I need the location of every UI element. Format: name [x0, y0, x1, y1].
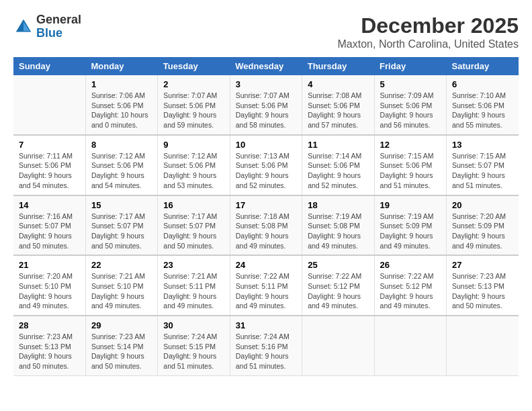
- day-info: Sunrise: 7:11 AM Sunset: 5:06 PM Dayligh…: [19, 151, 80, 191]
- day-info: Sunrise: 7:07 AM Sunset: 5:06 PM Dayligh…: [236, 91, 296, 130]
- day-number: 30: [163, 320, 224, 330]
- day-number: 22: [91, 260, 152, 270]
- day-number: 13: [452, 140, 513, 150]
- day-number: 24: [236, 260, 296, 270]
- header-thursday: Thursday: [302, 57, 374, 75]
- day-info: Sunrise: 7:19 AM Sunset: 5:09 PM Dayligh…: [380, 212, 441, 251]
- day-number: 6: [452, 79, 513, 89]
- month-title: December 2025: [338, 13, 519, 38]
- day-number: 21: [19, 260, 80, 270]
- logo-blue: Blue: [36, 26, 62, 40]
- day-number: 19: [380, 200, 441, 210]
- day-info: Sunrise: 7:20 AM Sunset: 5:09 PM Dayligh…: [452, 212, 513, 251]
- day-number: 28: [19, 320, 80, 330]
- day-cell: [447, 316, 519, 375]
- header-tuesday: Tuesday: [158, 57, 230, 75]
- day-cell: 7Sunrise: 7:11 AM Sunset: 5:06 PM Daylig…: [13, 135, 85, 195]
- day-number: 20: [452, 200, 513, 210]
- day-cell: 10Sunrise: 7:13 AM Sunset: 5:06 PM Dayli…: [230, 135, 302, 195]
- day-number: 11: [308, 140, 368, 150]
- day-info: Sunrise: 7:21 AM Sunset: 5:11 PM Dayligh…: [163, 271, 224, 311]
- day-number: 27: [452, 260, 513, 270]
- day-cell: 31Sunrise: 7:24 AM Sunset: 5:16 PM Dayli…: [230, 316, 302, 375]
- day-cell: 3Sunrise: 7:07 AM Sunset: 5:06 PM Daylig…: [230, 75, 302, 135]
- day-cell: 1Sunrise: 7:06 AM Sunset: 5:06 PM Daylig…: [85, 75, 157, 135]
- day-cell: [13, 75, 85, 135]
- day-number: 4: [308, 79, 368, 89]
- day-cell: 5Sunrise: 7:09 AM Sunset: 5:06 PM Daylig…: [374, 75, 446, 135]
- day-info: Sunrise: 7:17 AM Sunset: 5:07 PM Dayligh…: [91, 212, 152, 251]
- day-number: 17: [236, 200, 296, 210]
- day-number: 2: [163, 79, 224, 89]
- day-info: Sunrise: 7:09 AM Sunset: 5:06 PM Dayligh…: [380, 91, 441, 130]
- week-row-2: 7Sunrise: 7:11 AM Sunset: 5:06 PM Daylig…: [13, 135, 519, 195]
- day-info: Sunrise: 7:19 AM Sunset: 5:08 PM Dayligh…: [308, 212, 368, 251]
- day-cell: 8Sunrise: 7:12 AM Sunset: 5:06 PM Daylig…: [85, 135, 157, 195]
- day-number: 15: [91, 200, 152, 210]
- day-info: Sunrise: 7:15 AM Sunset: 5:06 PM Dayligh…: [380, 151, 441, 191]
- day-cell: 13Sunrise: 7:15 AM Sunset: 5:07 PM Dayli…: [447, 135, 519, 195]
- calendar-table: SundayMondayTuesdayWednesdayThursdayFrid…: [13, 57, 519, 376]
- day-cell: [302, 316, 374, 375]
- day-cell: 11Sunrise: 7:14 AM Sunset: 5:06 PM Dayli…: [302, 135, 374, 195]
- day-cell: 23Sunrise: 7:21 AM Sunset: 5:11 PM Dayli…: [158, 255, 230, 316]
- day-number: 29: [91, 320, 152, 330]
- header-monday: Monday: [85, 57, 157, 75]
- header-friday: Friday: [374, 57, 446, 75]
- logo-icon: [13, 17, 34, 37]
- day-cell: 4Sunrise: 7:08 AM Sunset: 5:06 PM Daylig…: [302, 75, 374, 135]
- day-info: Sunrise: 7:23 AM Sunset: 5:13 PM Dayligh…: [452, 271, 513, 311]
- day-cell: 20Sunrise: 7:20 AM Sunset: 5:09 PM Dayli…: [447, 195, 519, 256]
- day-info: Sunrise: 7:23 AM Sunset: 5:13 PM Dayligh…: [19, 332, 80, 371]
- day-cell: 14Sunrise: 7:16 AM Sunset: 5:07 PM Dayli…: [13, 195, 85, 256]
- header-sunday: Sunday: [13, 57, 85, 75]
- week-row-1: 1Sunrise: 7:06 AM Sunset: 5:06 PM Daylig…: [13, 75, 519, 135]
- day-cell: 30Sunrise: 7:24 AM Sunset: 5:15 PM Dayli…: [158, 316, 230, 375]
- day-cell: 6Sunrise: 7:10 AM Sunset: 5:06 PM Daylig…: [447, 75, 519, 135]
- day-info: Sunrise: 7:17 AM Sunset: 5:07 PM Dayligh…: [163, 212, 224, 251]
- day-number: 14: [19, 200, 80, 210]
- page-header: General Blue December 2025 Maxton, North…: [13, 13, 519, 50]
- week-row-3: 14Sunrise: 7:16 AM Sunset: 5:07 PM Dayli…: [13, 195, 519, 256]
- calendar-header-row: SundayMondayTuesdayWednesdayThursdayFrid…: [13, 57, 519, 75]
- day-info: Sunrise: 7:13 AM Sunset: 5:06 PM Dayligh…: [236, 151, 296, 191]
- day-info: Sunrise: 7:24 AM Sunset: 5:15 PM Dayligh…: [163, 332, 224, 371]
- day-info: Sunrise: 7:12 AM Sunset: 5:06 PM Dayligh…: [91, 151, 152, 191]
- day-number: 7: [19, 140, 80, 150]
- day-cell: 22Sunrise: 7:21 AM Sunset: 5:10 PM Dayli…: [85, 255, 157, 316]
- day-number: 25: [308, 260, 368, 270]
- day-info: Sunrise: 7:22 AM Sunset: 5:11 PM Dayligh…: [236, 271, 296, 311]
- day-info: Sunrise: 7:07 AM Sunset: 5:06 PM Dayligh…: [163, 91, 224, 130]
- day-info: Sunrise: 7:24 AM Sunset: 5:16 PM Dayligh…: [236, 332, 296, 371]
- day-cell: 29Sunrise: 7:23 AM Sunset: 5:14 PM Dayli…: [85, 316, 157, 375]
- day-cell: 2Sunrise: 7:07 AM Sunset: 5:06 PM Daylig…: [158, 75, 230, 135]
- day-number: 9: [163, 140, 224, 150]
- day-cell: 26Sunrise: 7:22 AM Sunset: 5:12 PM Dayli…: [374, 255, 446, 316]
- day-cell: [374, 316, 446, 375]
- day-info: Sunrise: 7:10 AM Sunset: 5:06 PM Dayligh…: [452, 91, 513, 130]
- day-info: Sunrise: 7:22 AM Sunset: 5:12 PM Dayligh…: [308, 271, 368, 311]
- day-number: 10: [236, 140, 296, 150]
- day-cell: 25Sunrise: 7:22 AM Sunset: 5:12 PM Dayli…: [302, 255, 374, 316]
- week-row-5: 28Sunrise: 7:23 AM Sunset: 5:13 PM Dayli…: [13, 316, 519, 375]
- day-info: Sunrise: 7:21 AM Sunset: 5:10 PM Dayligh…: [91, 271, 152, 311]
- day-info: Sunrise: 7:12 AM Sunset: 5:06 PM Dayligh…: [163, 151, 224, 191]
- location: Maxton, North Carolina, United States: [338, 38, 519, 50]
- day-info: Sunrise: 7:20 AM Sunset: 5:10 PM Dayligh…: [19, 271, 80, 311]
- day-number: 16: [163, 200, 224, 210]
- day-info: Sunrise: 7:08 AM Sunset: 5:06 PM Dayligh…: [308, 91, 368, 130]
- day-number: 12: [380, 140, 441, 150]
- day-cell: 28Sunrise: 7:23 AM Sunset: 5:13 PM Dayli…: [13, 316, 85, 375]
- day-cell: 16Sunrise: 7:17 AM Sunset: 5:07 PM Dayli…: [158, 195, 230, 256]
- title-section: December 2025 Maxton, North Carolina, Un…: [338, 13, 519, 50]
- day-number: 31: [236, 320, 296, 330]
- day-info: Sunrise: 7:14 AM Sunset: 5:06 PM Dayligh…: [308, 151, 368, 191]
- day-info: Sunrise: 7:15 AM Sunset: 5:07 PM Dayligh…: [452, 151, 513, 191]
- day-info: Sunrise: 7:22 AM Sunset: 5:12 PM Dayligh…: [380, 271, 441, 311]
- header-saturday: Saturday: [447, 57, 519, 75]
- day-info: Sunrise: 7:18 AM Sunset: 5:08 PM Dayligh…: [236, 212, 296, 251]
- day-info: Sunrise: 7:16 AM Sunset: 5:07 PM Dayligh…: [19, 212, 80, 251]
- week-row-4: 21Sunrise: 7:20 AM Sunset: 5:10 PM Dayli…: [13, 255, 519, 316]
- logo-text: General Blue: [36, 13, 81, 40]
- day-cell: 21Sunrise: 7:20 AM Sunset: 5:10 PM Dayli…: [13, 255, 85, 316]
